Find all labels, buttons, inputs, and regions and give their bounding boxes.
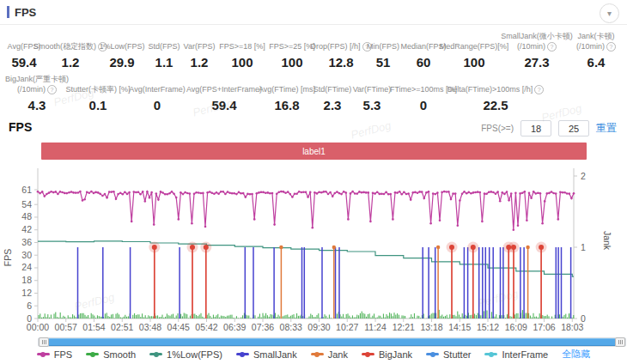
metric-fps-18-%-: FPS>=18 [%]100: [217, 41, 267, 70]
fps-threshold-filter: FPS(>=) 重置: [481, 120, 617, 136]
metric-value: 6.4: [587, 55, 606, 70]
metric-value: 27.3: [524, 55, 549, 70]
legend-item-stutter[interactable]: Stutter: [426, 349, 471, 360]
metric-std-ftime-: Std(FTime)2.3: [314, 84, 351, 113]
info-icon[interactable]: ?: [606, 42, 616, 52]
metric-delta-ftime-100ms-h-: Delta(FTime)>100ms [/h]?22.5: [454, 84, 537, 113]
metric-value: 51: [376, 55, 391, 70]
svg-text:42: 42: [21, 224, 32, 234]
metric-value: 2.3: [324, 98, 342, 113]
metric-ftime-100ms-%-: FTime>=100ms [%]0: [393, 84, 454, 113]
fps-threshold-input-1[interactable]: [520, 120, 551, 136]
metric-var-fps-: Var(FPS)1.2: [181, 41, 217, 70]
metric-label: FPS>=25 [%]: [269, 41, 315, 52]
metric-label: Std(FTime): [314, 84, 352, 94]
svg-text:00:00: 00:00: [27, 322, 49, 332]
info-icon[interactable]: ?: [547, 42, 557, 52]
svg-text:1: 1: [581, 242, 586, 252]
legend-marker-icon: [426, 353, 439, 355]
info-icon[interactable]: ?: [47, 85, 57, 94]
scrollbar-fill[interactable]: [49, 338, 615, 346]
svg-text:36: 36: [21, 237, 32, 247]
legend-label: SmallJank: [253, 349, 297, 360]
metrics-row-1: Avg(FPS)59.4Smooth(稳定指数)?1.21%Low(FPS)29…: [4, 31, 621, 70]
fps-jank-chart[interactable]: 0612182430364248546101200:0000:5701:5402…: [0, 161, 627, 337]
svg-text:11:24: 11:24: [364, 322, 387, 332]
svg-text:03:48: 03:48: [139, 322, 161, 332]
svg-text:2: 2: [581, 171, 586, 181]
svg-text:24: 24: [21, 262, 32, 272]
metric-avg-fps-interframe-: Avg(FPS+InterFrame)59.4: [188, 84, 260, 113]
smalljank-series: [78, 247, 571, 318]
legend-item-fps[interactable]: FPS: [37, 349, 72, 360]
metric-std-fps-: Std(FPS)1.1: [147, 41, 181, 70]
metric-avg-interframe-: Avg(InterFrame)0: [126, 84, 188, 113]
metric-value: 0: [420, 98, 427, 113]
reset-link[interactable]: 重置: [596, 121, 617, 136]
hide-all-link[interactable]: 全隐藏: [562, 348, 590, 361]
legend-marker-icon: [236, 353, 249, 355]
fps-section-header: FPS FPS(>=) 重置: [0, 118, 627, 137]
svg-text:18: 18: [21, 275, 32, 285]
label1-annotation-bar[interactable]: label1: [41, 143, 587, 160]
legend-marker-icon: [362, 353, 374, 355]
info-icon[interactable]: ?: [534, 85, 544, 94]
metric-value: 100: [281, 55, 302, 70]
title-accent-bar: [7, 6, 9, 18]
legend-item-smooth[interactable]: Smooth: [86, 349, 136, 360]
fps-threshold-label: FPS(>=): [481, 124, 514, 133]
metric-value: 59.4: [211, 98, 236, 113]
metric-label: 1%Low(FPS): [99, 41, 144, 52]
panel-title: FPS: [15, 6, 36, 19]
metric-min-fps-: Min(FPS)51: [365, 41, 401, 70]
svg-text:61: 61: [21, 185, 32, 195]
chart-range-scrollbar[interactable]: [38, 337, 626, 347]
metric-value: 29.9: [109, 55, 134, 70]
metric-medrange-fps-%-: MedRange(FPS)[%]100: [446, 41, 502, 70]
metric-label: SmallJank(微小卡顿): [501, 31, 573, 41]
metric-value: 5.3: [363, 98, 381, 113]
metric-label: Avg(InterFrame): [129, 84, 185, 94]
metric-label: Drop(FPS) [/h]?: [311, 41, 372, 52]
metric-label: Jank(卡顿): [577, 31, 614, 41]
fps-series: [37, 191, 575, 231]
label1-text: label1: [302, 147, 326, 156]
y-axis-label-jank: Jank: [602, 231, 612, 251]
legend-item-interframe[interactable]: InterFrame: [484, 349, 548, 360]
scrollbar-right-handle[interactable]: [615, 337, 625, 347]
legend-marker-icon: [311, 353, 324, 355]
metric-1%low-fps-: 1%Low(FPS)29.9: [97, 41, 147, 70]
svg-text:10:27: 10:27: [336, 322, 358, 332]
metric-jank-: Jank(卡顿)(/10min)?6.4: [571, 31, 621, 70]
collapse-button[interactable]: ▾: [600, 3, 619, 23]
legend-item-smalljank[interactable]: SmallJank: [236, 349, 297, 360]
jank-series: [279, 246, 530, 318]
legend-item-bigjank[interactable]: BigJank: [362, 349, 412, 360]
metric-value: 0: [154, 98, 161, 113]
metric-avg-ftime-ms-: Avg(FTime) [ms]16.8: [260, 84, 314, 113]
y-axis-label-fps: FPS: [3, 249, 13, 266]
legend-label: FPS: [54, 349, 72, 360]
svg-text:13:18: 13:18: [420, 322, 442, 332]
legend-item-jank[interactable]: Jank: [311, 349, 348, 360]
svg-text:01:54: 01:54: [82, 322, 105, 332]
grip-icon: [42, 340, 46, 344]
svg-text:04:45: 04:45: [167, 322, 190, 332]
metric-label: Var(FTime): [353, 84, 392, 94]
svg-text:54: 54: [21, 199, 32, 209]
legend-label: Smooth: [103, 349, 136, 360]
svg-text:6: 6: [27, 300, 32, 311]
metric-label: BigJank(严重卡顿): [5, 74, 69, 84]
legend-label: InterFrame: [502, 349, 548, 360]
metric-label: Std(FPS): [148, 41, 180, 52]
panel-header: FPS ▾: [0, 0, 627, 25]
svg-text:06:39: 06:39: [223, 322, 246, 332]
metric-value: 60: [417, 55, 431, 70]
metric-value: 22.5: [483, 98, 508, 113]
fps-threshold-input-2[interactable]: [558, 120, 589, 136]
svg-text:18:03: 18:03: [561, 322, 583, 332]
svg-text:30: 30: [21, 250, 32, 260]
legend-item-1%low-fps-[interactable]: 1%Low(FPS): [149, 349, 222, 360]
metric-label-line2: (/10min)?: [517, 41, 557, 52]
scrollbar-left-handle[interactable]: [39, 337, 49, 347]
